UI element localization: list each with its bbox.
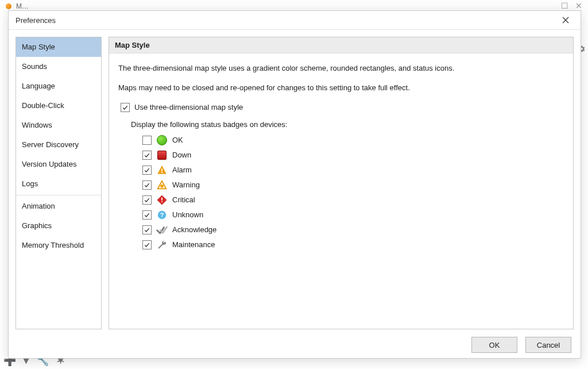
badge-label-critical: Critical [172, 194, 195, 206]
dialog-titlebar: Preferences [9, 11, 581, 30]
background-window-title: M… [16, 2, 30, 10]
ok-icon [156, 134, 168, 146]
svg-rect-6 [161, 198, 163, 201]
preferences-dialog: Preferences Map StyleSoundsLanguageDoubl… [8, 10, 581, 359]
svg-rect-3 [161, 172, 163, 173]
badge-checkbox-unknown[interactable] [142, 210, 152, 220]
sidebar-item-memory-threshold[interactable]: Memory Threshold [16, 236, 101, 255]
unknown-icon: ? [156, 209, 168, 221]
sidebar-item-animation[interactable]: Animation [16, 197, 101, 216]
badge-row-down[interactable]: Down [142, 149, 564, 162]
badge-checkbox-critical[interactable] [142, 195, 152, 205]
badge-label-acknowledge: Acknowledge [172, 224, 216, 236]
panel-title: Map Style [109, 37, 573, 53]
close-button[interactable] [555, 12, 576, 28]
wrench-icon [156, 239, 168, 251]
sidebar-item-server-discovery[interactable]: Server Discovery [16, 135, 101, 155]
sidebar-item-graphics[interactable]: Graphics [16, 216, 101, 236]
app-logo-icon [6, 3, 11, 9]
badge-label-down: Down [172, 149, 191, 161]
svg-rect-7 [161, 201, 163, 202]
check-icon [144, 152, 150, 158]
badge-row-acknowledge[interactable]: Acknowledge [142, 224, 564, 236]
check-icon [144, 227, 150, 233]
check-icon [144, 167, 150, 173]
badge-checkbox-alarm[interactable] [142, 166, 152, 175]
sidebar-item-version-updates[interactable]: Version Updates [16, 155, 101, 174]
badge-label-ok: OK [172, 134, 183, 146]
badge-checkbox-acknowledge[interactable] [142, 225, 152, 235]
badge-row-maintenance[interactable]: Maintenance [142, 239, 564, 251]
down-icon [156, 149, 168, 161]
badge-label-maintenance: Maintenance [172, 239, 215, 251]
close-icon [562, 17, 569, 24]
badges-intro-label: Display the following status badges on d… [131, 119, 564, 130]
badge-label-alarm: Alarm [172, 164, 192, 176]
svg-text:?: ? [160, 212, 164, 218]
badge-row-ok[interactable]: OK [142, 134, 564, 147]
sidebar-separator [16, 195, 101, 195]
warning-icon [156, 179, 168, 191]
badge-checkbox-warning[interactable] [142, 180, 152, 190]
sidebar-item-map-style[interactable]: Map Style [16, 37, 101, 57]
check-icon [144, 182, 150, 188]
use-3d-style-label: Use three-dimensional map style [134, 102, 243, 113]
check-icon [144, 197, 150, 203]
badge-label-warning: Warning [172, 179, 200, 191]
check-icon [144, 242, 150, 248]
svg-rect-2 [161, 168, 163, 171]
sidebar-item-windows[interactable]: Windows [16, 116, 101, 135]
check-icon [122, 105, 128, 110]
sidebar-item-double-click[interactable]: Double-Click [16, 96, 101, 116]
settings-panel: Map Style The three-dimensional map styl… [109, 37, 574, 329]
check-icon [144, 212, 150, 218]
svg-point-4 [160, 184, 164, 188]
badge-label-unknown: Unknown [172, 209, 203, 221]
dialog-title: Preferences [16, 16, 555, 25]
badge-row-critical[interactable]: Critical [142, 194, 564, 206]
panel-description-1: The three-dimensional map style uses a g… [118, 63, 564, 74]
dialog-button-row: OK Cancel [9, 332, 581, 358]
badge-row-alarm[interactable]: Alarm [142, 164, 564, 176]
sidebar-item-sounds[interactable]: Sounds [16, 57, 101, 76]
alarm-icon [156, 164, 168, 176]
critical-icon [156, 194, 168, 206]
use-3d-style-checkbox[interactable] [121, 103, 130, 112]
badge-checkbox-ok[interactable] [142, 136, 152, 145]
badge-row-unknown[interactable]: ?Unknown [142, 209, 564, 221]
panel-description-2: Maps may need to be closed and re-opened… [118, 82, 564, 94]
badge-checkbox-down[interactable] [142, 151, 152, 160]
badge-row-warning[interactable]: Warning [142, 179, 564, 191]
badge-checkbox-maintenance[interactable] [142, 240, 152, 249]
ack-icon [156, 224, 168, 236]
background-window-close-icon: ☐ ✕ [561, 1, 582, 10]
category-sidebar: Map StyleSoundsLanguageDouble-ClickWindo… [16, 37, 102, 329]
ok-button[interactable]: OK [471, 337, 517, 353]
cancel-button[interactable]: Cancel [525, 337, 571, 353]
sidebar-item-language[interactable]: Language [16, 76, 101, 96]
use-3d-style-row[interactable]: Use three-dimensional map style [121, 102, 564, 113]
sidebar-item-logs[interactable]: Logs [16, 174, 101, 194]
